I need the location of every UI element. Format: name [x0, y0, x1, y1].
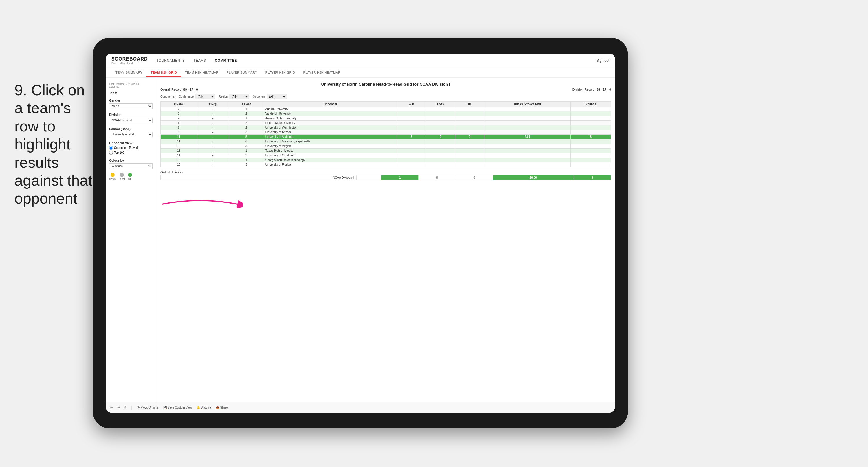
- sidebar-colour-section: Colour by Win/loss: [109, 159, 153, 169]
- up-dot: [128, 173, 132, 177]
- radio-opponents-played[interactable]: Opponents Played: [109, 146, 153, 150]
- table-cell: [571, 158, 611, 163]
- nav-committee[interactable]: COMMITTEE: [215, 57, 237, 64]
- save-icon: 💾: [163, 406, 167, 409]
- table-cell: -: [197, 125, 229, 130]
- share-icon: 📤: [216, 406, 219, 409]
- table-row[interactable]: 3-2Vanderbilt University: [161, 112, 611, 116]
- sign-out-button[interactable]: Sign out: [596, 58, 609, 62]
- tab-player-h2h-heatmap[interactable]: PLAYER H2H HEATMAP: [299, 68, 344, 77]
- table-cell: [571, 121, 611, 125]
- table-cell: 3: [229, 130, 264, 135]
- nav-teams[interactable]: TEAMS: [194, 57, 206, 64]
- share-button[interactable]: 📤 Share: [216, 406, 228, 409]
- table-row[interactable]: 2-1Auburn University: [161, 107, 611, 112]
- radio-top-100[interactable]: Top 100: [109, 151, 153, 155]
- od-rounds: 3: [574, 175, 611, 180]
- eye-icon: 👁: [137, 406, 140, 409]
- table-cell: -: [197, 135, 229, 139]
- table-cell: Georgia Institute of Technology: [264, 158, 397, 163]
- out-of-division-table: NCAA Division II 1 0 0 26.00 3: [160, 175, 611, 180]
- tab-player-summary[interactable]: PLAYER SUMMARY: [223, 68, 261, 77]
- table-cell: 12: [161, 144, 197, 148]
- table-row[interactable]: 4-1Arizona State University: [161, 116, 611, 121]
- table-cell: [484, 158, 571, 163]
- table-row[interactable]: 13-1Texas Tech University: [161, 148, 611, 153]
- region-filter[interactable]: (All): [229, 94, 249, 99]
- watch-button[interactable]: 🔔 Watch ▾: [196, 406, 211, 409]
- opponent-filter[interactable]: (All): [267, 94, 287, 99]
- table-cell: [397, 139, 426, 144]
- table-cell: -: [197, 144, 229, 148]
- main-content: Last Updated: 27/03/2024 16:55:38 Team G…: [106, 78, 615, 402]
- table-row[interactable]: 12-3University of Virginia: [161, 144, 611, 148]
- colour-by-select[interactable]: Win/loss: [109, 163, 153, 169]
- table-header: # Rank # Reg # Conf Opponent Win Loss Ti…: [161, 101, 611, 107]
- redo-button[interactable]: ↪: [117, 406, 120, 409]
- undo-button[interactable]: ↩: [110, 406, 113, 409]
- table-cell: 6: [161, 121, 197, 125]
- table-row[interactable]: 8-2University of Washington: [161, 125, 611, 130]
- table-cell: 3: [229, 163, 264, 167]
- table-cell: Vanderbilt University: [264, 112, 397, 116]
- table-cell: [484, 116, 571, 121]
- bottom-toolbar: ↩ ↪ ⟳ | 👁 View: Original 💾 Save Custom V…: [106, 402, 615, 413]
- colour-by-label: Colour by: [109, 159, 153, 162]
- save-custom-button[interactable]: 💾 Save Custom View: [163, 406, 192, 409]
- table-cell: [426, 112, 455, 116]
- table-row[interactable]: 6-2Florida State University: [161, 121, 611, 125]
- instruction-text: 9. Click on a team's row to highlight re…: [14, 81, 95, 208]
- table-cell: Auburn University: [264, 107, 397, 112]
- overall-record: Overall Record: 89 - 17 - 0: [160, 88, 198, 91]
- refresh-button[interactable]: ⟳: [124, 406, 126, 409]
- table-cell: [455, 163, 484, 167]
- sidebar: Last Updated: 27/03/2024 16:55:38 Team G…: [106, 78, 156, 402]
- table-row[interactable]: 15-4Georgia Institute of Technology: [161, 158, 611, 163]
- nav-tournaments[interactable]: TOURNAMENTS: [157, 57, 185, 64]
- table-cell: [426, 139, 455, 144]
- col-reg: # Reg: [197, 101, 229, 107]
- tab-team-h2h-heatmap[interactable]: TEAM H2H HEATMAP: [181, 68, 223, 77]
- table-cell: [455, 116, 484, 121]
- table-row[interactable]: 11-5University of Alabama3002.618: [161, 135, 611, 139]
- table-cell: 6: [229, 139, 264, 144]
- table-cell: 2: [229, 125, 264, 130]
- conference-filter[interactable]: (All): [195, 94, 215, 99]
- table-row[interactable]: 14-2University of Oklahoma: [161, 153, 611, 158]
- tab-team-h2h-grid[interactable]: TEAM H2H GRID: [147, 68, 181, 77]
- school-select[interactable]: University of Nort...: [109, 132, 153, 137]
- table-cell: -: [197, 116, 229, 121]
- division-select[interactable]: NCAA Division I: [109, 118, 153, 123]
- table-cell: [397, 144, 426, 148]
- legend-level: Level: [119, 173, 125, 180]
- table-cell: [571, 144, 611, 148]
- table-cell: 4: [229, 158, 264, 163]
- gender-select[interactable]: Men's: [109, 104, 153, 109]
- table-cell: [455, 144, 484, 148]
- logo-powered: Powered by clippd: [112, 62, 148, 64]
- table-cell: [397, 116, 426, 121]
- table-cell: -: [197, 130, 229, 135]
- table-cell: 0: [426, 135, 455, 139]
- table-cell: [397, 148, 426, 153]
- tab-player-h2h-grid[interactable]: PLAYER H2H GRID: [261, 68, 299, 77]
- table-cell: 1: [229, 116, 264, 121]
- table-row[interactable]: 9-3University of Arizona: [161, 130, 611, 135]
- out-of-division-row[interactable]: NCAA Division II 1 0 0 26.00 3: [161, 175, 611, 180]
- tab-team-summary[interactable]: TEAM SUMMARY: [112, 68, 147, 77]
- col-tie: Tie: [455, 101, 484, 107]
- table-row[interactable]: 16-3University of Florida: [161, 163, 611, 167]
- table-cell: [397, 112, 426, 116]
- col-opponent: Opponent: [264, 101, 397, 107]
- table-cell: University of Virginia: [264, 144, 397, 148]
- table-cell: [484, 153, 571, 158]
- table-cell: [426, 144, 455, 148]
- table-cell: 5: [229, 135, 264, 139]
- col-conf: # Conf: [229, 101, 264, 107]
- radio-group: Opponents Played Top 100: [109, 146, 153, 155]
- view-original-button[interactable]: 👁 View: Original: [137, 406, 159, 409]
- table-cell: 16: [161, 163, 197, 167]
- table-cell: [571, 163, 611, 167]
- table-row[interactable]: 11-6University of Arkansas, Fayetteville: [161, 139, 611, 144]
- sidebar-gender-label: Gender: [109, 99, 153, 102]
